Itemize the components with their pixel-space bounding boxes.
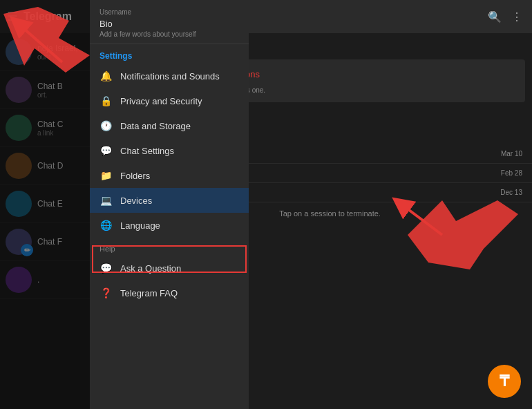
devices-icon: 💻 — [99, 194, 112, 207]
settings-label: Telegram FAQ — [120, 288, 178, 298]
avatar — [6, 77, 32, 103]
telegram-fab[interactable]: ₸ — [488, 365, 521, 398]
settings-label: Folders — [120, 171, 150, 181]
settings-label: Privacy and Security — [120, 96, 202, 106]
hamburger-icon[interactable]: ☰ — [7, 9, 18, 24]
settings-item-data[interactable]: 🕐 Data and Storage — [90, 113, 249, 138]
avatar — [6, 153, 32, 179]
avatar — [6, 39, 32, 65]
chat-preview: ount,... — [37, 53, 95, 61]
avatar — [6, 115, 32, 141]
settings-label: Ask a Question — [120, 263, 181, 274]
bio-label: Bio — [99, 19, 239, 29]
settings-section-title: Settings — [90, 44, 249, 64]
devices-more-icon[interactable]: ⋮ — [511, 10, 522, 23]
app-container: ☰ Telegram 🔍 noja Israel, ount,... 12:59… — [0, 0, 532, 409]
settings-item-chat[interactable]: 💬 Chat Settings — [90, 138, 249, 163]
bio-placeholder: Add a few words about yourself — [99, 30, 239, 38]
session-date: Mar 10 — [501, 150, 522, 158]
settings-item-language[interactable]: 🌐 Language — [90, 213, 249, 238]
chat-icon: 💬 — [99, 144, 112, 157]
globe-icon: 🌐 — [99, 219, 112, 231]
ask-icon: 💬 — [99, 262, 112, 274]
folder-icon: 📁 — [99, 169, 112, 182]
settings-item-ask[interactable]: 💬 Ask a Question — [90, 256, 249, 280]
settings-header: Username Bio Add a few words about yours… — [90, 0, 249, 44]
devices-search-icon[interactable]: 🔍 — [488, 10, 502, 23]
settings-label: Notifications and Sounds — [120, 71, 220, 82]
settings-item-privacy[interactable]: 🔒 Privacy and Security — [90, 88, 249, 113]
settings-item-folders[interactable]: 📁 Folders — [90, 163, 249, 188]
settings-item-notifications[interactable]: 🔔 Notifications and Sounds — [90, 64, 249, 88]
chat-name: noja Israel, — [37, 44, 95, 53]
chat-info: noja Israel, ount,... — [37, 44, 95, 61]
avatar: ✏ — [6, 229, 32, 255]
settings-item-faq[interactable]: ❓ Telegram FAQ — [90, 280, 249, 305]
settings-label: Devices — [120, 196, 152, 206]
clock-icon: 🕐 — [99, 120, 112, 132]
lock-icon: 🔒 — [99, 95, 112, 107]
session-date: Dec 13 — [500, 189, 522, 196]
faq-icon: ❓ — [99, 287, 112, 299]
session-date: Feb 28 — [501, 169, 522, 177]
settings-item-devices[interactable]: 💻 Devices — [90, 188, 249, 213]
bell-icon: 🔔 — [99, 70, 112, 82]
settings-label: Language — [120, 220, 160, 231]
settings-label: Data and Storage — [120, 121, 191, 131]
avatar — [6, 191, 32, 217]
settings-label: Chat Settings — [120, 146, 174, 156]
avatar — [6, 267, 32, 293]
username-label: Username — [99, 8, 239, 16]
settings-panel: Username Bio Add a few words about yours… — [90, 0, 249, 409]
help-section-title: Help — [90, 238, 249, 256]
